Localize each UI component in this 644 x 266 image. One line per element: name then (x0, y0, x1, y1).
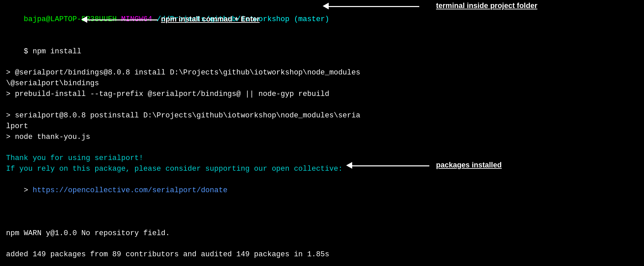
empty-line-2 (6, 143, 638, 153)
npm-install-line: $ npm install (6, 36, 638, 68)
donate-link-line: > https://opencollective.com/serialport/… (6, 174, 638, 207)
output-line-6: > serialport@8.0.8 postinstall D:\Projec… (6, 110, 638, 121)
terminal-arrow-line (325, 6, 419, 7)
packages-arrow-head (346, 162, 352, 169)
donate-link: https://opencollective.com/serialport/do… (33, 186, 227, 195)
npm-install-cmd: $ npm install (24, 47, 82, 56)
npm-install-label: npm install commad + Enter (161, 15, 260, 23)
npm-arrow-head (81, 16, 87, 23)
output-line-3: > prebuild-install --tag-prefix @serialp… (6, 89, 638, 100)
if-you-rely-line: If you rely on this package, please cons… (6, 164, 638, 174)
output-line-1: > @serialport/bindings@8.0.8 install D:\… (6, 67, 638, 78)
packages-installed-label: packages installed (436, 161, 502, 169)
output-line-7: lport (6, 121, 638, 132)
empty-line-6 (6, 260, 638, 266)
empty-line-4 (6, 217, 638, 228)
empty-line-3 (6, 207, 638, 217)
prompt-branch: (master) (294, 15, 329, 23)
terminal-window: bajpa@LAPTOP-5R38UUEH MINGW64 /d/Project… (0, 0, 644, 266)
empty-line-1 (6, 100, 638, 110)
output-line-2: \@serialport\bindings (6, 78, 638, 89)
thank-you-line: Thank you for using serialport! (6, 153, 638, 164)
npm-warn-line: npm WARN y@1.0.0 No repository field. (6, 228, 638, 239)
output-line-8: > node thank-you.js (6, 132, 638, 143)
added-packages-line: added 149 packages from 89 contributors … (6, 249, 638, 260)
terminal-arrow-head (323, 3, 329, 9)
packages-arrow-line (349, 165, 429, 166)
terminal-folder-label: terminal inside project folder (436, 1, 537, 10)
npm-arrow-line (84, 19, 158, 20)
empty-line-5 (6, 239, 638, 250)
